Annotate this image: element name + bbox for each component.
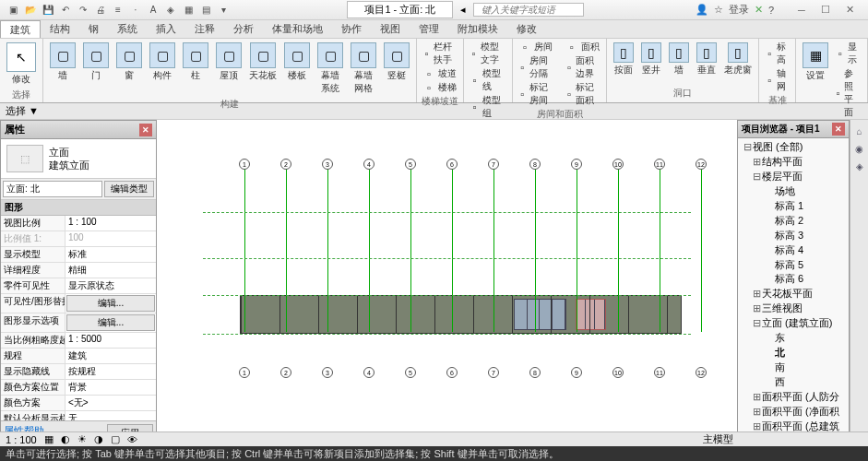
visual-style-icon[interactable]: ◐: [61, 433, 70, 445]
property-row[interactable]: 可见性/图形替换编辑...: [1, 294, 156, 313]
ribbon-button[interactable]: ▢柱: [180, 41, 211, 84]
ribbon-row-button[interactable]: ▫楼梯: [421, 81, 459, 94]
ribbon-row-button[interactable]: ▫模型 文字: [468, 41, 508, 66]
undo-icon[interactable]: ↶: [58, 3, 73, 18]
tab-插入[interactable]: 插入: [147, 20, 185, 38]
login-link[interactable]: 登录: [729, 3, 749, 17]
qat-icon[interactable]: ◈: [163, 3, 178, 18]
tree-node[interactable]: 北: [740, 346, 847, 361]
qat-dropdown-icon[interactable]: ▾: [216, 3, 231, 18]
close-button[interactable]: ✕: [838, 3, 861, 18]
ribbon-button[interactable]: ▢天花板: [246, 41, 279, 84]
type-selector[interactable]: ⬚ 立面建筑立面: [1, 139, 156, 179]
tree-node[interactable]: 标高 4: [740, 243, 847, 258]
qat-icon[interactable]: ≡: [111, 3, 125, 18]
ribbon-row-button[interactable]: ▫面积 边界: [564, 54, 603, 80]
save-icon[interactable]: 💾: [41, 3, 55, 18]
tree-node[interactable]: ⊟立面 (建筑立面): [740, 316, 847, 331]
tree-node[interactable]: 标高 2: [740, 214, 847, 229]
tree-node[interactable]: 标高 1: [740, 199, 847, 214]
property-row[interactable]: 详细程度精细: [1, 263, 156, 278]
print-icon[interactable]: 🖨: [93, 3, 108, 18]
property-row[interactable]: 比例值 1:100: [1, 231, 156, 247]
ribbon-button[interactable]: ▢幕墙系统: [315, 41, 346, 97]
hide-icon[interactable]: 👁: [127, 434, 137, 445]
nav-cube-icon[interactable]: ◈: [852, 159, 867, 173]
tab-附加模块[interactable]: 附加模块: [448, 20, 507, 38]
ribbon-button[interactable]: ▯垂直: [694, 41, 719, 78]
instance-combo[interactable]: 立面: 北: [3, 181, 102, 197]
tree-node[interactable]: ⊟楼层平面: [740, 170, 847, 184]
tree-node[interactable]: ⊞面积平面 (人防分: [740, 390, 847, 405]
tree-node[interactable]: ⊞三维视图: [740, 301, 847, 316]
property-row[interactable]: 零件可见性显示原状态: [1, 278, 156, 294]
ribbon-row-button[interactable]: ▫参照 平面: [833, 67, 863, 119]
nav-home-icon[interactable]: ⌂: [852, 124, 867, 138]
tab-建筑[interactable]: 建筑: [0, 20, 41, 38]
nav-wheel-icon[interactable]: ◉: [852, 141, 867, 156]
ribbon-row-button[interactable]: ▫房间: [517, 41, 556, 53]
ribbon-row-button[interactable]: ▫轴网: [763, 67, 791, 93]
close-icon[interactable]: ✕: [139, 124, 152, 136]
ribbon-row-button[interactable]: ▫坡道: [421, 67, 459, 80]
tab-系统[interactable]: 系统: [108, 20, 147, 38]
ribbon-row-button[interactable]: ▫标记 房间: [517, 81, 556, 107]
ribbon-button[interactable]: ▢构件: [147, 41, 178, 84]
tab-结构[interactable]: 结构: [41, 20, 79, 38]
minimize-button[interactable]: ─: [791, 3, 813, 18]
tree-node[interactable]: 西: [740, 375, 847, 390]
ribbon-button[interactable]: ▯竖井: [638, 41, 664, 78]
ribbon-button[interactable]: ▢幕墙网格: [348, 41, 379, 97]
tree-node[interactable]: 标高 3: [740, 229, 847, 243]
crop-icon[interactable]: ▢: [111, 433, 120, 445]
property-row[interactable]: 颜色方案<无>: [1, 396, 156, 411]
tab-视图[interactable]: 视图: [371, 20, 410, 38]
tree-node[interactable]: ⊞结构平面: [740, 155, 847, 170]
detail-icon[interactable]: ▦: [44, 433, 54, 445]
ribbon-row-button[interactable]: ▫面积: [564, 41, 603, 53]
tab-注释[interactable]: 注释: [185, 20, 224, 38]
ribbon-row-button[interactable]: ▫栏杆扶手: [421, 41, 459, 66]
tab-体量和场地[interactable]: 体量和场地: [263, 20, 332, 38]
maximize-button[interactable]: ☐: [814, 3, 837, 18]
sun-icon[interactable]: ☀: [77, 433, 87, 445]
ribbon-button[interactable]: ▢屋顶: [213, 41, 244, 84]
property-row[interactable]: 颜色方案位置背景: [1, 380, 156, 396]
tab-修改[interactable]: 修改: [507, 20, 546, 38]
tree-node[interactable]: ⊞面积平面 (净面积: [740, 405, 847, 420]
ribbon-row-button[interactable]: ▫房间 分隔: [517, 54, 556, 80]
property-row[interactable]: 显示模型标准: [1, 247, 156, 263]
tree-node[interactable]: 南: [740, 361, 847, 375]
ribbon-row-button[interactable]: ▫标记 面积: [564, 81, 603, 107]
redo-icon[interactable]: ↷: [76, 3, 90, 18]
ribbon-button[interactable]: ▢门: [80, 41, 112, 84]
qat-icon[interactable]: ▦: [181, 3, 196, 18]
qat-icon[interactable]: A: [146, 3, 161, 18]
star-icon[interactable]: ☆: [714, 4, 723, 16]
ribbon-row-button[interactable]: ▫模型 线: [468, 67, 508, 93]
property-row[interactable]: 当比例粗略度超...1 : 5000: [1, 333, 156, 349]
ribbon-row-button[interactable]: ▫标高: [763, 41, 791, 66]
tree-node[interactable]: 标高 5: [740, 258, 847, 273]
exchange-icon[interactable]: ✕: [755, 4, 763, 16]
tree-node[interactable]: ⊞天花板平面: [740, 287, 847, 301]
set-workplane-button[interactable]: ▦设置: [800, 41, 831, 84]
modify-button[interactable]: ↖修改: [4, 41, 39, 88]
tab-钢[interactable]: 钢: [79, 20, 108, 38]
ribbon-button[interactable]: ▯墙: [666, 41, 692, 78]
property-row[interactable]: 图形显示选项编辑...: [1, 313, 156, 333]
tree-node[interactable]: 标高 6: [740, 272, 847, 287]
ribbon-button[interactable]: ▯老虎窗: [721, 41, 755, 78]
app-menu-icon[interactable]: ▣: [6, 3, 20, 18]
ribbon-row-button[interactable]: ▫显示: [833, 41, 863, 66]
edit-type-button[interactable]: 编辑类型: [104, 181, 154, 197]
property-row[interactable]: 规程建筑: [1, 349, 156, 364]
tree-node[interactable]: 东: [740, 331, 847, 346]
search-input[interactable]: [473, 3, 584, 17]
ribbon-button[interactable]: ▢墙: [47, 41, 78, 84]
user-icon[interactable]: 👤: [696, 4, 708, 16]
close-icon[interactable]: ✕: [832, 123, 845, 136]
property-row[interactable]: 视图比例1 : 100: [1, 216, 156, 231]
ribbon-row-button[interactable]: ▫模型 组: [468, 94, 508, 120]
select-dropdown[interactable]: 选择 ▼: [6, 104, 39, 118]
